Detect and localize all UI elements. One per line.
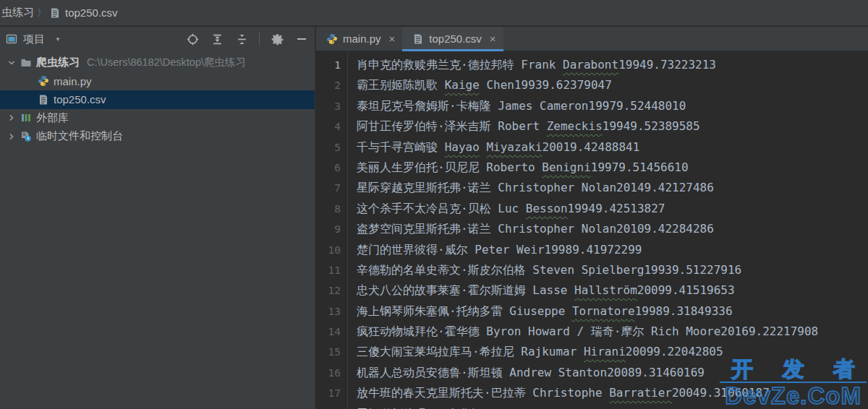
typo-word: Hirani — [584, 345, 626, 358]
line-number: 6 — [316, 158, 347, 178]
project-view-selector[interactable]: 项目 ▼ — [6, 33, 61, 46]
tab-label: main.py — [343, 33, 381, 45]
tree-item-label: main.py — [54, 75, 92, 87]
editor-area: main.py × top250.csv × 12345678910111213… — [316, 27, 868, 409]
csv-line[interactable]: 星际穿越克里斯托弗·诺兰 Christopher Nolan20149.4212… — [357, 178, 868, 198]
typo-word: Barratier — [609, 386, 672, 400]
csv-file-icon — [412, 33, 424, 45]
line-number: 14 — [316, 322, 347, 342]
csv-line[interactable]: 无间道刘伟强 / 麦兆辉20029.31157700 — [357, 404, 868, 409]
chevron-down-icon[interactable] — [6, 59, 17, 66]
tree-root-label: 爬虫练习 — [36, 56, 80, 69]
line-number: 4 — [316, 116, 347, 137]
chevron-down-icon: ▼ — [55, 36, 61, 43]
line-number: 17 — [316, 383, 347, 403]
csv-line[interactable]: 美丽人生罗伯托·贝尼尼 Roberto Benigni19979.5145661… — [357, 158, 868, 178]
folder-icon — [20, 57, 32, 69]
tree-item-top250-csv[interactable]: top250.csv — [0, 90, 315, 109]
typo-word: Miyazaki — [486, 140, 542, 154]
ide-window: 虫练习 〉 top250.csv 项目 ▼ — [0, 0, 868, 409]
project-tree: 爬虫练习 C:\Users\86182\Desktop\爬虫练习 main.py… — [0, 53, 315, 146]
csv-line[interactable]: 千与千寻宫崎骏 Hayao Miyazaki20019.42488841 — [357, 137, 868, 158]
line-number: 5 — [316, 137, 347, 158]
csv-line[interactable]: 这个杀手不太冷吕克·贝松 Luc Besson19949.42513827 — [357, 199, 868, 219]
typo-word: Hallström — [574, 283, 637, 297]
line-number: 15 — [316, 342, 347, 362]
typo-word: Darabont — [563, 58, 618, 72]
editor-lines[interactable]: 肖申克的救赎弗兰克·德拉邦特 Frank Darabont19949.73223… — [348, 52, 868, 409]
csv-line[interactable]: 海上钢琴师朱塞佩·托纳多雷 Giuseppe Tornatore19989.31… — [357, 301, 868, 322]
tree-item-scratches-consoles[interactable]: 临时文件和控制台 — [0, 127, 315, 146]
line-number: 11 — [316, 260, 347, 280]
csv-line[interactable]: 霸王别姬陈凯歌 Kaige Chen19939.62379047 — [357, 75, 868, 95]
breadcrumb: 虫练习 〉 top250.csv — [0, 0, 868, 26]
toolbar-divider — [259, 33, 260, 46]
tab-main-py[interactable]: main.py × — [316, 27, 402, 51]
line-number: 16 — [316, 363, 347, 383]
line-number: 3 — [316, 96, 347, 116]
line-number: 1 — [316, 55, 347, 75]
tree-item-main-py[interactable]: main.py — [0, 72, 315, 91]
csv-line[interactable]: 放牛班的春天克里斯托夫·巴拉蒂 Christophe Barratier2004… — [357, 383, 868, 403]
csv-line[interactable]: 泰坦尼克号詹姆斯·卡梅隆 James Cameron19979.52448010 — [357, 96, 868, 116]
csv-file-icon — [38, 94, 49, 106]
scratches-consoles-icon — [20, 131, 32, 142]
line-number: 2 — [316, 75, 347, 95]
typo-word: Besson — [526, 202, 568, 215]
close-icon[interactable]: × — [389, 33, 396, 45]
tree-item-external-libraries[interactable]: 外部库 — [0, 109, 315, 128]
line-number: 7 — [316, 178, 347, 198]
breadcrumb-project-label: 虫练习 — [1, 6, 34, 20]
line-number: 13 — [316, 301, 347, 322]
chevron-right-icon[interactable] — [6, 133, 17, 140]
project-panel-title: 项目 — [23, 33, 45, 46]
csv-line[interactable]: 忠犬八公的故事莱塞·霍尔斯道姆 Lasse Hallström20099.415… — [357, 280, 868, 301]
close-icon[interactable]: × — [490, 33, 496, 45]
tree-item-label: 临时文件和控制台 — [36, 129, 123, 143]
settings-gear-button[interactable] — [270, 32, 284, 46]
csv-line[interactable]: 阿甘正传罗伯特·泽米吉斯 Robert Zemeckis19949.523895… — [357, 116, 868, 137]
typo-word: Zemeckis — [547, 119, 603, 133]
breadcrumb-separator-icon: 〉 — [37, 7, 46, 20]
breadcrumb-project[interactable]: 虫练习 — [1, 6, 34, 20]
line-number: 18 — [316, 404, 347, 409]
csv-line[interactable]: 疯狂动物城拜伦·霍华德 Byron Howard / 瑞奇·摩尔 Rich Mo… — [357, 322, 868, 342]
tab-label: top250.csv — [429, 33, 482, 45]
typo-word: Benigni — [542, 160, 590, 174]
locate-file-button[interactable] — [185, 32, 200, 46]
python-file-icon — [326, 33, 338, 45]
csv-line[interactable]: 肖申克的救赎弗兰克·德拉邦特 Frank Darabont19949.73223… — [357, 55, 868, 75]
project-panel: 项目 ▼ — [0, 27, 315, 409]
python-file-icon — [38, 75, 49, 87]
project-panel-header: 项目 ▼ — [0, 27, 315, 51]
typo-word: Tornatore — [572, 304, 635, 318]
csv-line[interactable]: 楚门的世界彼得·威尔 Peter Weir19989.41972299 — [357, 240, 868, 260]
csv-line[interactable]: 盗梦空间克里斯托弗·诺兰 Christopher Nolan20109.4228… — [357, 219, 868, 239]
editor-body[interactable]: 123456789101112131415161718 肖申克的救赎弗兰克·德拉… — [316, 52, 868, 409]
editor-gutter: 123456789101112131415161718 — [316, 52, 348, 409]
csv-line[interactable]: 三傻大闹宝莱坞拉库马·希拉尼 Rajkumar Hirani20099.2204… — [357, 342, 868, 362]
line-number: 10 — [316, 240, 347, 260]
line-number: 8 — [316, 199, 347, 219]
typo-word: Kaige — [445, 78, 480, 92]
hide-panel-button[interactable] — [294, 32, 309, 46]
csv-line[interactable]: 辛德勒的名单史蒂文·斯皮尔伯格 Steven Spielberg19939.51… — [357, 260, 868, 280]
csv-line[interactable]: 机器人总动员安德鲁·斯坦顿 Andrew Stanton20089.314601… — [357, 363, 868, 383]
tree-root-row[interactable]: 爬虫练习 C:\Users\86182\Desktop\爬虫练习 — [0, 53, 315, 72]
typo-word: Hayao — [445, 140, 480, 154]
line-number: 9 — [316, 219, 347, 239]
collapse-all-button[interactable] — [234, 32, 249, 46]
chevron-right-icon[interactable] — [6, 114, 17, 121]
library-icon — [20, 112, 32, 124]
tab-top250-csv[interactable]: top250.csv × — [402, 27, 503, 51]
csv-file-icon — [49, 7, 61, 19]
expand-all-button[interactable] — [210, 32, 224, 46]
tree-item-label: 外部库 — [36, 111, 69, 125]
breadcrumb-file[interactable]: top250.csv — [49, 7, 118, 19]
minus-icon — [297, 38, 306, 40]
tree-root-path: C:\Users\86182\Desktop\爬虫练习 — [87, 56, 246, 69]
project-view-icon — [6, 33, 17, 45]
line-number: 12 — [316, 280, 347, 301]
tree-item-label: top250.csv — [54, 93, 106, 106]
breadcrumb-file-label: top250.csv — [65, 7, 118, 19]
